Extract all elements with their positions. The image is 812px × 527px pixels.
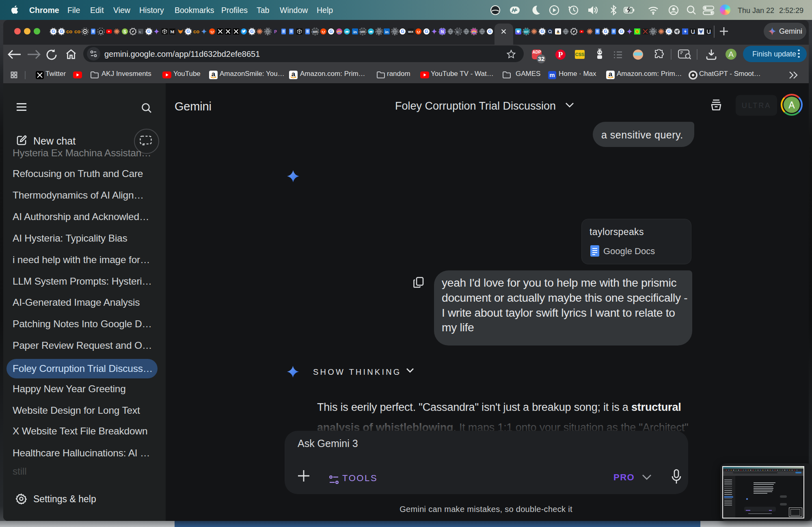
svg-text:G: G [60,29,63,34]
svg-text:MR: MR [313,30,318,34]
svg-text:G: G [401,29,404,34]
svg-text:N: N [441,29,444,34]
svg-text:a: a [557,29,559,34]
svg-text:G: G [488,29,492,34]
svg-text:in: in [385,30,389,34]
svg-text:G: G [425,29,428,34]
svg-text:G: G [329,29,333,34]
svg-text:G: G [540,29,544,34]
svg-text:S: S [123,29,126,34]
svg-text:P: P [274,30,277,34]
svg-text:co: co [74,28,80,35]
svg-text:G: G [186,29,190,34]
svg-text:co: co [193,28,199,35]
svg-text:MR: MR [360,30,365,34]
svg-text:M: M [170,29,175,34]
svg-text:in: in [353,30,357,34]
svg-text:G: G [147,29,151,34]
svg-text:G: G [250,29,254,34]
svg-text:G: G [52,29,55,34]
svg-text:WiX: WiX [408,30,413,33]
svg-text:HiT: HiT [524,30,529,33]
svg-text:G: G [604,29,607,34]
svg-text:G: G [620,29,623,34]
svg-text:co: co [66,28,72,35]
svg-text:G: G [667,29,671,34]
